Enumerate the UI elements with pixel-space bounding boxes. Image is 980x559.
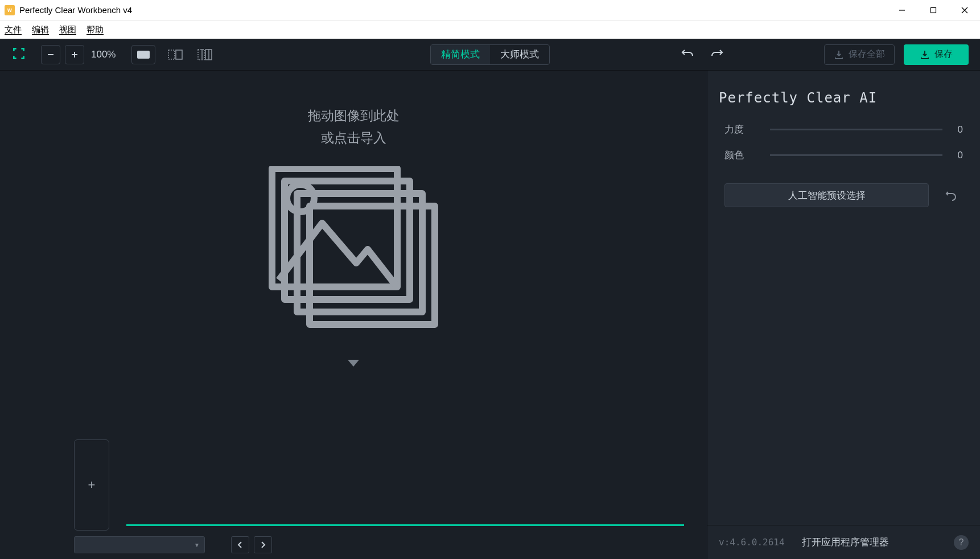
svg-rect-8 bbox=[168, 50, 175, 59]
mode-toggle: 精简模式 大师模式 bbox=[430, 44, 550, 65]
minimize-button[interactable] bbox=[886, 0, 917, 20]
color-value: 0 bbox=[942, 150, 963, 161]
app-icon: w bbox=[5, 5, 15, 15]
drop-zone[interactable]: 拖动图像到此处 或点击导入 bbox=[0, 71, 707, 434]
fit-screen-icon[interactable] bbox=[11, 46, 26, 63]
zoom-group bbox=[41, 45, 84, 64]
svg-rect-7 bbox=[138, 51, 149, 58]
color-label: 颜色 bbox=[724, 149, 770, 162]
svg-rect-15 bbox=[297, 194, 422, 312]
menu-help[interactable]: 帮助 bbox=[87, 24, 104, 35]
strength-slider[interactable] bbox=[770, 129, 942, 130]
color-slider-row: 颜色 0 bbox=[724, 149, 963, 162]
maximize-button[interactable] bbox=[917, 0, 949, 20]
panel-spacer bbox=[707, 213, 980, 525]
download-icon bbox=[834, 50, 844, 60]
undo-redo-group bbox=[681, 47, 724, 63]
right-panel: Perfectly Clear AI 力度 0 颜色 0 人工智能预设选择 bbox=[707, 71, 980, 559]
svg-rect-10 bbox=[198, 50, 204, 60]
zoom-out-button[interactable] bbox=[41, 45, 60, 64]
toolbar-right: 保存全部 保存 bbox=[681, 44, 969, 65]
collapse-arrow-icon[interactable] bbox=[348, 360, 359, 370]
panel-footer: v:4.6.0.2614 打开应用程序管理器 ? bbox=[707, 525, 980, 559]
caret-down-icon: ▼ bbox=[194, 542, 200, 548]
help-button[interactable]: ? bbox=[954, 535, 969, 550]
version-label: v:4.6.0.2614 bbox=[719, 537, 785, 548]
bottom-strip: + ▼ bbox=[0, 434, 707, 559]
mode-simple[interactable]: 精简模式 bbox=[431, 45, 490, 64]
ai-preset-button[interactable]: 人工智能预设选择 bbox=[724, 183, 929, 207]
svg-rect-1 bbox=[930, 7, 936, 13]
drop-text: 拖动图像到此处 或点击导入 bbox=[308, 105, 400, 149]
strength-slider-row: 力度 0 bbox=[724, 123, 963, 136]
nav-row: ▼ bbox=[74, 531, 707, 559]
titlebar: w Perfectly Clear Workbench v4 bbox=[0, 0, 980, 20]
menu-edit[interactable]: 编辑 bbox=[32, 24, 49, 35]
close-button[interactable] bbox=[949, 0, 980, 20]
menu-view[interactable]: 视图 bbox=[59, 24, 76, 35]
image-stack-icon bbox=[265, 166, 442, 334]
mode-toggle-wrap: 精简模式 大师模式 bbox=[430, 44, 550, 65]
menubar: 文件 编辑 视图 帮助 bbox=[0, 20, 980, 39]
strength-label: 力度 bbox=[724, 123, 770, 136]
view-group bbox=[131, 45, 215, 64]
view-split-v-button[interactable] bbox=[166, 45, 185, 64]
color-slider[interactable] bbox=[770, 154, 942, 156]
main: 拖动图像到此处 或点击导入 bbox=[0, 71, 980, 559]
save-all-button[interactable]: 保存全部 bbox=[824, 44, 895, 65]
prev-image-button[interactable] bbox=[231, 536, 249, 553]
svg-rect-14 bbox=[310, 206, 435, 324]
zoom-level: 100% bbox=[91, 49, 116, 60]
undo-button[interactable] bbox=[681, 47, 694, 63]
strength-value: 0 bbox=[942, 124, 963, 135]
view-split-h-button[interactable] bbox=[195, 45, 215, 64]
canvas: 拖动图像到此处 或点击导入 bbox=[0, 71, 707, 559]
mode-master[interactable]: 大师模式 bbox=[490, 45, 549, 64]
add-tile-row: + bbox=[74, 434, 707, 531]
save-button[interactable]: 保存 bbox=[904, 44, 969, 65]
add-image-tile[interactable]: + bbox=[74, 439, 109, 531]
nav-arrows bbox=[231, 536, 272, 553]
menu-file[interactable]: 文件 bbox=[5, 24, 22, 35]
drop-line1: 拖动图像到此处 bbox=[308, 105, 400, 127]
download-icon bbox=[920, 50, 930, 60]
view-single-button[interactable] bbox=[131, 45, 155, 64]
panel-title: Perfectly Clear AI bbox=[707, 71, 980, 117]
next-image-button[interactable] bbox=[254, 536, 272, 553]
preset-reset-button[interactable] bbox=[939, 183, 963, 207]
strip-track bbox=[126, 524, 684, 526]
toolbar: 100% 精简模式 大师模式 保存全部 保存 bbox=[0, 39, 980, 71]
panel-body: 力度 0 颜色 0 人工智能预设选择 bbox=[707, 117, 980, 213]
window-controls bbox=[886, 0, 980, 20]
zoom-in-button[interactable] bbox=[65, 45, 84, 64]
preset-row: 人工智能预设选择 bbox=[724, 183, 963, 207]
drop-line2: 或点击导入 bbox=[308, 127, 400, 149]
redo-button[interactable] bbox=[710, 47, 724, 63]
app-body: 100% 精简模式 大师模式 保存全部 保存 bbox=[0, 39, 980, 559]
svg-rect-9 bbox=[176, 50, 182, 59]
save-all-label: 保存全部 bbox=[849, 48, 885, 60]
image-select-dropdown[interactable]: ▼ bbox=[74, 536, 205, 553]
open-app-manager[interactable]: 打开应用程序管理器 bbox=[802, 536, 889, 549]
save-label: 保存 bbox=[934, 48, 953, 60]
window-title: Perfectly Clear Workbench v4 bbox=[19, 5, 886, 15]
